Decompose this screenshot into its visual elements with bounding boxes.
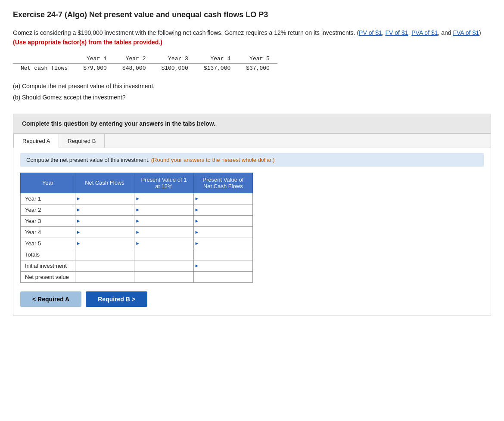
bold-instruction: (Use appropriate factor(s) from the tabl… — [13, 39, 162, 46]
instruction-bar: Compute the net present value of this in… — [20, 153, 484, 167]
arrow-icon: ► — [135, 196, 140, 201]
arrow-icon: ► — [195, 207, 199, 212]
fv-link[interactable]: FV of $1 — [386, 29, 408, 36]
year1-pvncf-cell: ► — [193, 193, 252, 204]
npv-pvncf-input[interactable] — [198, 274, 248, 280]
npv-label: Net present value — [21, 271, 75, 282]
arrow-icon: ► — [135, 241, 140, 246]
totals-pvncf-input[interactable] — [198, 251, 248, 258]
year4-ncf-input[interactable] — [81, 229, 130, 235]
totals-pv1-cell — [134, 249, 193, 260]
col-ncf-header: Net Cash Flows — [75, 173, 134, 193]
investment-pvncf-input[interactable] — [200, 263, 248, 269]
intro-text1: Gomez is considering a $190,000 investme… — [13, 29, 359, 36]
npv-pvncf-cell — [193, 271, 252, 282]
year5-header: Year 5 — [238, 54, 277, 64]
year5-pvncf-input[interactable] — [200, 240, 248, 247]
tab-required-a[interactable]: Required A — [13, 134, 59, 148]
ncf-year1: $79,000 — [75, 63, 115, 73]
year3-ncf-input[interactable] — [81, 218, 130, 224]
year3-pvncf-cell: ► — [193, 215, 252, 226]
year3-label: Year 3 — [21, 215, 75, 226]
investment-label: Initial investment — [21, 260, 75, 271]
arrow-icon: ► — [135, 207, 140, 212]
year5-ncf-input[interactable] — [81, 240, 130, 247]
year3-header: Year 3 — [153, 54, 196, 64]
year1-ncf-input[interactable] — [81, 195, 130, 202]
ncf-year2: $48,000 — [115, 63, 154, 73]
year5-pvncf-cell: ► — [193, 238, 252, 249]
question-a: (a) Compute the net present value of thi… — [13, 80, 491, 92]
year4-ncf-cell: ► — [75, 226, 134, 238]
arrow-icon: ► — [76, 218, 81, 223]
question-b: (b) Should Gomez accept the investment? — [13, 92, 491, 103]
year1-pv1-input[interactable] — [140, 195, 189, 202]
year1-label: Year 1 — [21, 193, 75, 204]
investment-ncf-input[interactable] — [80, 263, 130, 269]
year2-ncf-cell: ► — [75, 204, 134, 215]
year2-ncf-input[interactable] — [81, 207, 130, 213]
year2-header: Year 2 — [115, 54, 154, 64]
arrow-icon: ► — [76, 241, 81, 246]
year1-pvncf-input[interactable] — [200, 195, 248, 202]
year4-header: Year 4 — [196, 54, 238, 64]
npv-ncf-input[interactable] — [80, 274, 130, 280]
arrow-icon: ► — [76, 229, 81, 235]
year1-header: Year 1 — [75, 54, 115, 64]
year2-pvncf-input[interactable] — [200, 207, 248, 213]
year2-label: Year 2 — [21, 204, 75, 215]
arrow-icon: ► — [195, 229, 199, 235]
year3-pvncf-input[interactable] — [200, 218, 248, 224]
table-row: Year 3 ► ► ► — [21, 215, 253, 226]
npv-ncf-cell — [75, 271, 134, 282]
arrow-icon: ► — [76, 196, 81, 201]
year3-ncf-cell: ► — [75, 215, 134, 226]
totals-ncf-cell — [75, 249, 134, 260]
totals-ncf-input[interactable] — [80, 251, 130, 258]
intro-paragraph: Gomez is considering a $190,000 investme… — [13, 28, 491, 47]
npv-pv1-cell — [134, 271, 193, 282]
table-row: Year 1 ► ► ► — [21, 193, 253, 204]
year5-pv1-cell: ► — [134, 238, 193, 249]
tab-required-b[interactable]: Required B — [59, 134, 105, 148]
investment-pvncf-cell: ► — [193, 260, 252, 271]
year5-pv1-input[interactable] — [140, 240, 189, 247]
year3-pv1-input[interactable] — [140, 218, 189, 224]
pv-link[interactable]: PV of $1 — [359, 29, 382, 36]
intro-text2: ) — [479, 29, 481, 36]
npv-row: Net present value — [21, 271, 253, 282]
year2-pv1-input[interactable] — [140, 207, 189, 213]
totals-row: Totals — [21, 249, 253, 260]
ncf-year4: $137,000 — [196, 63, 238, 73]
main-table: Year Net Cash Flows Present Value of 1 a… — [20, 173, 253, 283]
year4-pv1-input[interactable] — [140, 229, 189, 235]
year2-pv1-cell: ► — [134, 204, 193, 215]
ncf-year5: $37,000 — [238, 63, 277, 73]
totals-pvncf-cell — [193, 249, 252, 260]
year4-pvncf-cell: ► — [193, 226, 252, 238]
year4-pvncf-input[interactable] — [200, 229, 248, 235]
instruction-text: Compute the net present value of this in… — [26, 157, 151, 163]
tabs-row: Required A Required B — [13, 134, 491, 148]
year4-pv1-cell: ► — [134, 226, 193, 238]
investment-ncf-cell — [75, 260, 134, 271]
ncf-year3: $100,000 — [153, 63, 196, 73]
next-button[interactable]: Required B > — [86, 291, 147, 307]
sep3: , and — [438, 29, 453, 36]
year1-ncf-cell: ► — [75, 193, 134, 204]
prev-button[interactable]: < Required A — [20, 291, 81, 307]
net-cash-flows-label: Net cash flows — [13, 63, 75, 73]
fva-link[interactable]: FVA of $1 — [453, 29, 479, 36]
arrow-icon: ► — [135, 218, 140, 223]
sep1: , — [382, 29, 386, 36]
col-year-header: Year — [21, 173, 75, 193]
table-row: Year 4 ► ► ► — [21, 226, 253, 238]
table-row: Year 5 ► ► ► — [21, 238, 253, 249]
questions-section: (a) Compute the net present value of thi… — [13, 80, 491, 103]
complete-box: Complete this question by entering your … — [13, 114, 491, 133]
totals-label: Totals — [21, 249, 75, 260]
col-pv1-header: Present Value of 1 at 12% — [134, 173, 193, 193]
investment-pv1-cell — [134, 260, 193, 271]
pva-link[interactable]: PVA of $1 — [411, 29, 438, 36]
year1-pv1-cell: ► — [134, 193, 193, 204]
